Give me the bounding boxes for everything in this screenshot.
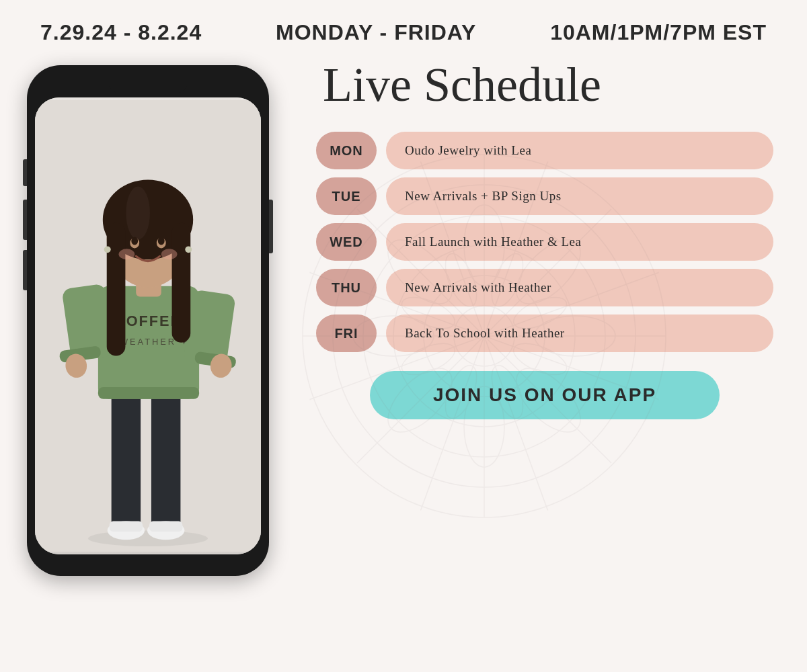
- svg-point-61: [185, 246, 192, 253]
- cta-container: JOIN US ON OUR APP: [309, 371, 780, 419]
- schedule-row-fri: FRI Back To School with Heather: [316, 314, 773, 352]
- event-pill-thu: New Arrivals with Heather: [386, 269, 773, 306]
- schedule-row-mon: MON Oudo Jewelry with Lea: [316, 132, 773, 169]
- svg-rect-36: [110, 521, 143, 532]
- schedule-row-thu: THU New Arrivals with Heather: [316, 269, 773, 306]
- person-svg: COFFEE ✦ WEATHER ✦: [35, 97, 261, 554]
- phone-btn-3: [23, 250, 27, 290]
- svg-point-56: [131, 237, 138, 245]
- date-range: 7.29.24 - 8.2.24: [40, 20, 202, 45]
- event-pill-tue: New Arrivals + BP Sign Ups: [386, 177, 773, 215]
- live-schedule-title: Live Schedule: [309, 58, 780, 112]
- svg-point-60: [104, 246, 111, 253]
- join-app-button[interactable]: JOIN US ON OUR APP: [370, 371, 720, 419]
- schedule-row-tue: TUE New Arrivals + BP Sign Ups: [316, 177, 773, 215]
- times-label: 10AM/1PM/7PM EST: [550, 20, 767, 45]
- phone-btn-1: [23, 159, 27, 186]
- svg-rect-32: [112, 386, 141, 532]
- svg-rect-52: [172, 223, 191, 343]
- phone-btn-2: [23, 200, 27, 240]
- phone-notch: [108, 77, 188, 93]
- svg-rect-37: [149, 521, 182, 532]
- day-badge-tue: TUE: [316, 177, 377, 215]
- schedule-list: MON Oudo Jewelry with Lea TUE New Arriva…: [309, 132, 780, 352]
- phone-screen: COFFEE ✦ WEATHER ✦: [35, 97, 261, 554]
- phone-btn-4: [269, 200, 273, 253]
- schedule-row-wed: WED Fall Launch with Heather & Lea: [316, 223, 773, 261]
- day-badge-mon: MON: [316, 132, 377, 169]
- svg-rect-33: [151, 386, 180, 532]
- event-pill-mon: Oudo Jewelry with Lea: [386, 132, 773, 169]
- header: 7.29.24 - 8.2.24 MONDAY - FRIDAY 10AM/1P…: [0, 0, 807, 52]
- svg-rect-47: [98, 387, 199, 399]
- main-area: COFFEE ✦ WEATHER ✦: [0, 52, 807, 576]
- day-badge-wed: WED: [316, 223, 377, 261]
- day-badge-fri: FRI: [316, 314, 377, 352]
- svg-rect-51: [107, 223, 126, 356]
- person-image: COFFEE ✦ WEATHER ✦: [35, 97, 261, 554]
- svg-point-57: [158, 237, 165, 245]
- phone-container: COFFEE ✦ WEATHER ✦: [27, 65, 289, 576]
- svg-point-58: [119, 249, 135, 259]
- event-pill-wed: Fall Launch with Heather & Lea: [386, 223, 773, 261]
- svg-point-53: [126, 186, 150, 239]
- phone-frame: COFFEE ✦ WEATHER ✦: [27, 65, 269, 576]
- svg-point-59: [161, 249, 178, 259]
- event-pill-fri: Back To School with Heather: [386, 314, 773, 352]
- right-content: Live Schedule MON Oudo Jewelry with Lea …: [309, 52, 780, 419]
- page-wrapper: 7.29.24 - 8.2.24 MONDAY - FRIDAY 10AM/1P…: [0, 0, 807, 672]
- days-label: MONDAY - FRIDAY: [276, 20, 476, 45]
- day-badge-thu: THU: [316, 269, 377, 306]
